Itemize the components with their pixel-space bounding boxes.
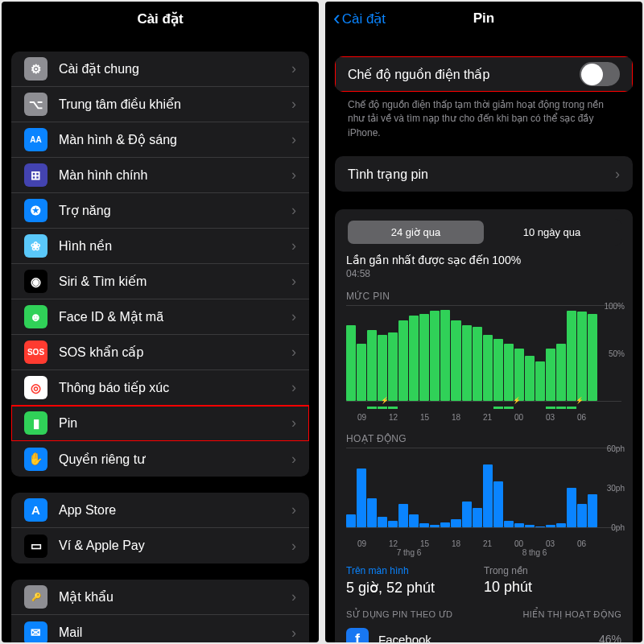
usage-summary: Trên màn hình 5 giờ, 52 phút Trong nền 1… — [346, 557, 621, 605]
chevron-right-icon: › — [291, 202, 296, 219]
settings-row-face-id-m-t-m-[interactable]: ☻Face ID & Mật mã› — [11, 299, 309, 335]
settings-row-v-apple-pay[interactable]: ▭Ví & Apple Pay› — [11, 528, 309, 564]
on-screen-label: Trên màn hình — [346, 565, 484, 576]
settings-row-mail[interactable]: ✉Mail› — [11, 615, 309, 642]
settings-label: Cài đặt chung — [59, 61, 291, 76]
background-value: 10 phút — [484, 579, 621, 596]
settings-row-m-t-kh-u[interactable]: 🔑Mật khẩu› — [11, 580, 309, 615]
chevron-right-icon: › — [291, 625, 296, 642]
settings-label: App Store — [59, 503, 291, 518]
page-title: Cài đặt — [137, 10, 183, 27]
settings-icon: ☻ — [24, 305, 47, 328]
settings-icon: ✉ — [24, 621, 47, 643]
chevron-right-icon: › — [291, 451, 296, 468]
battery-level-chart: 100% 50% ⚡⚡⚡ — [346, 305, 621, 402]
settings-icon: A — [24, 498, 47, 522]
settings-label: Màn hình chính — [59, 168, 291, 183]
chevron-right-icon: › — [291, 308, 296, 325]
settings-icon: ✋ — [24, 448, 47, 471]
facebook-icon: f — [346, 628, 369, 642]
by-app-header: SỬ DỤNG PIN THEO ƯD HIỂN THỊ HOẠT ĐỘNG — [346, 605, 621, 623]
chevron-right-icon: › — [291, 273, 296, 290]
chevron-right-icon: › — [291, 167, 296, 184]
settings-icon: ◎ — [24, 376, 47, 399]
low-power-mode-row[interactable]: Chế độ nguồn điện thấp — [335, 56, 633, 92]
settings-icon: AA — [24, 128, 47, 151]
settings-label: Ví & Apple Pay — [59, 539, 291, 553]
settings-screen: Cài đặt ⚙Cài đặt chung›⌥Trung tâm điều k… — [2, 2, 319, 642]
settings-label: Thông báo tiếp xúc — [59, 380, 291, 395]
settings-row-c-i-t-chung[interactable]: ⚙Cài đặt chung› — [11, 52, 309, 87]
show-activity-label[interactable]: HIỂN THỊ HOẠT ĐỘNG — [523, 609, 621, 620]
settings-row-th-ng-b-o-ti-p-x-c[interactable]: ◎Thông báo tiếp xúc› — [11, 370, 309, 406]
settings-row-siri-t-m-ki-m[interactable]: ◉Siri & Tìm kiếm› — [11, 264, 309, 299]
settings-label: Quyền riêng tư — [59, 452, 291, 467]
background-label: Trong nền — [484, 565, 621, 576]
settings-icon: ▭ — [24, 535, 47, 558]
chevron-right-icon: › — [291, 131, 296, 148]
level-chart-title: MỨC PIN — [346, 291, 621, 302]
chevron-right-icon: › — [291, 237, 296, 254]
settings-icon: ◉ — [24, 270, 47, 293]
settings-label: Hình nền — [59, 238, 291, 254]
settings-row-m-n-h-nh-s-ng[interactable]: AAMàn hình & Độ sáng› — [11, 122, 309, 158]
by-app-label: SỬ DỤNG PIN THEO ƯD — [346, 609, 452, 620]
activity-chart: 60ph 30ph 0ph — [346, 448, 621, 528]
settings-icon: ❀ — [24, 234, 47, 258]
settings-icon: ⚙ — [24, 57, 47, 80]
settings-icon: SOS — [24, 341, 47, 364]
date-axis: 7 thg 68 thg 6 — [346, 548, 621, 557]
settings-label: Mật khẩu — [59, 589, 291, 605]
settings-label: Trung tâm điều khiển — [59, 97, 291, 112]
app-usage-row[interactable]: f Facebook 46% — [346, 623, 621, 642]
low-power-toggle[interactable] — [580, 62, 620, 86]
settings-icon: ⊞ — [24, 163, 47, 187]
settings-row-m-n-h-nh-ch-nh[interactable]: ⊞Màn hình chính› — [11, 158, 309, 193]
settings-label: Màn hình & Độ sáng — [59, 132, 291, 147]
settings-icon: ▮ — [24, 411, 47, 435]
settings-label: Mail — [59, 625, 291, 640]
settings-row-tr-n-ng[interactable]: ✪Trợ năng› — [11, 193, 309, 229]
battery-content[interactable]: Chế độ nguồn điện thấp Chế độ nguồn điện… — [325, 35, 642, 642]
nav-bar: Cài đặt Pin — [325, 2, 642, 35]
back-button[interactable]: Cài đặt — [333, 10, 386, 27]
chevron-right-icon: › — [291, 344, 296, 361]
battery-screen: Cài đặt Pin Chế độ nguồn điện thấp Chế đ… — [325, 2, 642, 642]
low-power-label: Chế độ nguồn điện thấp — [348, 67, 580, 82]
on-screen-value: 5 giờ, 52 phút — [346, 579, 484, 597]
chevron-right-icon: › — [291, 96, 296, 113]
settings-row-h-nh-n-n[interactable]: ❀Hình nền› — [11, 229, 309, 264]
level-xaxis: 0912151821000306 — [346, 413, 621, 422]
last-charge-time: 04:58 — [346, 268, 621, 279]
settings-row-app-store[interactable]: AApp Store› — [11, 493, 309, 528]
settings-row-pin[interactable]: ▮Pin› — [11, 406, 309, 441]
settings-row-trung-t-m-i-u-khi-n[interactable]: ⌥Trung tâm điều khiển› — [11, 87, 309, 122]
nav-bar: Cài đặt — [2, 2, 319, 35]
chevron-right-icon: › — [291, 379, 296, 396]
activity-chart-title: HOẠT ĐỘNG — [346, 433, 621, 444]
chevron-right-icon: › — [291, 538, 296, 555]
seg-10d[interactable]: 10 ngày qua — [484, 221, 620, 244]
battery-health-label: Tình trạng pin — [348, 167, 615, 182]
settings-row-sos-kh-n-c-p[interactable]: SOSSOS khẩn cấp› — [11, 335, 309, 370]
settings-list[interactable]: ⚙Cài đặt chung›⌥Trung tâm điều khiển›AAM… — [2, 35, 319, 642]
settings-row-quy-n-ri-ng-t-[interactable]: ✋Quyền riêng tư› — [11, 441, 309, 477]
chevron-right-icon: › — [291, 588, 296, 605]
battery-health-row[interactable]: Tình trạng pin › — [335, 156, 633, 192]
settings-icon: 🔑 — [24, 585, 47, 609]
activity-xaxis: 0912151821000306 — [346, 539, 621, 548]
page-title: Pin — [473, 10, 494, 27]
chevron-right-icon: › — [291, 60, 296, 77]
low-power-footer: Chế độ nguồn điện thấp tạm thời giảm hoạ… — [335, 92, 633, 140]
time-range-segment[interactable]: 24 giờ qua 10 ngày qua — [346, 219, 621, 246]
settings-label: SOS khẩn cấp — [59, 345, 291, 360]
chevron-right-icon: › — [615, 166, 620, 183]
seg-24h[interactable]: 24 giờ qua — [348, 221, 484, 244]
settings-icon: ⌥ — [24, 93, 47, 116]
settings-icon: ✪ — [24, 199, 47, 222]
settings-label: Face ID & Mật mã — [59, 309, 291, 324]
app-pct: 46% — [599, 633, 621, 642]
chevron-right-icon: › — [291, 415, 296, 431]
app-name: Facebook — [378, 633, 599, 642]
settings-label: Siri & Tìm kiếm — [59, 274, 291, 289]
